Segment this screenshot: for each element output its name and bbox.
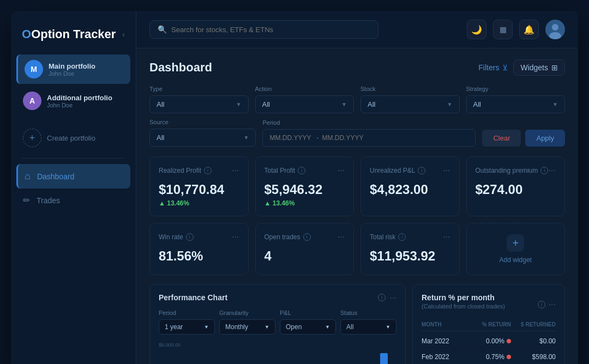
period-start-input[interactable] [269,134,313,142]
create-portfolio-button[interactable]: + Create portfolio [16,123,130,153]
chevron-down-icon: ▼ [552,101,558,107]
metric-label-total-profit: Total Profit i [265,167,306,174]
main-area: 🔍 🌙 ▦ 🔔 [136,11,578,364]
chart-granularity-select[interactable]: Monthly ▼ [219,319,275,335]
metric-menu-unrealized-pl[interactable]: ··· [443,166,450,175]
widgets-plus-icon: ⊞ [551,63,558,72]
metrics-row-1: Realized Profit i ··· $10,770.84 ▲ 13.46… [149,156,565,216]
search-input[interactable] [171,26,370,34]
filter-stock-label: Stock [360,86,460,92]
status-dot-red [507,355,511,359]
portfolio-info-main: Main portfolio John Doe [49,62,95,77]
filter-source-select[interactable]: All ▼ [149,129,256,147]
row-pct-1: 0.75% [466,353,511,361]
return-table-header-row: Return % per month (Calculated from clos… [422,293,556,316]
filter-stock-select[interactable]: All ▼ [360,95,460,113]
metric-card-add-widget[interactable]: + Add widget [466,223,566,275]
nav-item-dashboard[interactable]: ⌂ Dashboard [16,164,130,189]
portfolio-name-additional: Additional portfolio [47,94,112,102]
row-amount-0: $0.00 [511,337,556,345]
return-menu-button[interactable]: ··· [549,300,556,310]
moon-icon: 🌙 [471,25,482,35]
chart-status-label: Status [340,310,396,316]
filter-period-label: Period [262,119,476,126]
filter-strategy-select[interactable]: All ▼ [466,95,566,113]
page-title: Dashboard [149,60,212,75]
metric-menu-open-trades[interactable]: ··· [338,232,345,242]
theme-toggle-button[interactable]: 🌙 [467,20,486,39]
col-pct-return: % RETURN [466,321,511,327]
portfolio-user-main: John Doe [49,70,95,77]
metric-menu-realized-profit[interactable]: ··· [232,166,239,175]
metric-header-total-profit: Total Profit i ··· [265,166,345,175]
nav-section: ⌂ Dashboard ✏ Trades [11,164,136,212]
widgets-label: Widgets [520,63,548,72]
filter-icon: ⊻ [502,63,508,72]
header-icons: 🌙 ▦ 🔔 [467,20,565,39]
chart-period-filter: Period 1 year ▼ [159,310,215,335]
chevron-down-icon: ▼ [244,135,249,141]
add-widget-label: Add widget [500,256,532,264]
filter-action-buttons: Clear Apply [482,130,565,147]
metric-menu-total-risk[interactable]: ··· [443,232,450,242]
chart-status-select[interactable]: All ▼ [340,319,396,335]
sidebar-logo-area: OOption Tracker ‹ [11,22,136,54]
chart-granularity-filter: Granularity Monthly ▼ [219,310,275,335]
filter-type-select[interactable]: All ▼ [149,95,249,113]
chevron-down-icon: ▼ [265,324,269,330]
metric-card-realized-profit: Realized Profit i ··· $10,770.84 ▲ 13.46… [149,156,249,216]
chart-period-select[interactable]: 1 year ▼ [159,319,215,335]
return-info-icon[interactable]: i [538,301,545,308]
portfolio-item-additional[interactable]: A Additional portfolio John Doe [16,86,130,116]
metric-value-realized-profit: $10,770.84 [159,182,239,197]
app-header: 🔍 🌙 ▦ 🔔 [136,11,578,48]
dashboard-icon: ⌂ [25,171,31,182]
filter-period-inputs[interactable]: - [262,129,476,147]
filter-action: Action All ▼ [255,86,354,113]
period-end-input[interactable] [322,134,365,142]
metric-menu-total-profit[interactable]: ··· [338,166,345,175]
nav-item-trades[interactable]: ✏ Trades [16,189,130,212]
metric-menu-outstanding-premium[interactable]: ··· [549,166,556,175]
metric-label-open-trades: Open trades i [265,233,311,241]
return-table: MONTH % RETURN $ RETURNED Mar 2022 0.00% [422,318,556,364]
chevron-down-icon: ▼ [204,324,209,330]
status-dot-red [507,339,511,343]
info-icon[interactable]: i [204,167,212,174]
collapse-sidebar-button[interactable]: ‹ [122,30,125,39]
chart-info-icon[interactable]: i [378,294,386,301]
info-icon[interactable]: i [540,167,548,174]
svg-point-0 [552,24,558,31]
chart-pl-select[interactable]: Open ▼ [280,319,336,335]
dashboard-header: Dashboard Filters ⊻ Widgets ⊞ [149,59,565,76]
metric-card-unrealized-pl: Unrealized P&L i ··· $4,823.00 [360,156,460,216]
bottom-grid: Performance Chart i ··· Period 1 year ▼ [149,284,565,364]
metric-label-total-risk: Total risk i [370,233,406,241]
info-icon[interactable]: i [303,233,311,241]
layout-button[interactable]: ▦ [493,20,513,39]
dashboard-actions: Filters ⊻ Widgets ⊞ [478,59,565,76]
metric-header-total-risk: Total risk i ··· [370,232,450,242]
chart-menu-button[interactable]: ··· [390,293,396,302]
search-bar[interactable]: 🔍 [149,20,378,39]
filter-grid: Type All ▼ Action All ▼ Stock [149,86,565,113]
metric-value-unrealized-pl: $4,823.00 [370,182,450,197]
portfolio-item-main[interactable]: M Main portfolio John Doe [16,54,130,84]
chevron-down-icon: ▼ [236,101,242,107]
filters-button[interactable]: Filters ⊻ [478,63,508,72]
notifications-button[interactable]: 🔔 [519,20,539,39]
filter-action-select[interactable]: All ▼ [255,95,354,113]
apply-button[interactable]: Apply [525,130,565,147]
clear-button[interactable]: Clear [482,130,521,147]
info-icon[interactable]: i [186,233,194,241]
user-avatar[interactable] [545,20,565,39]
widgets-button[interactable]: Widgets ⊞ [513,59,565,76]
info-icon[interactable]: i [298,167,305,174]
filter-action-label: Action [255,86,354,92]
filter-period: Period - [262,119,476,147]
info-icon[interactable]: i [398,233,406,241]
info-icon[interactable]: i [418,167,425,174]
table-row: Feb 2022 0.75% $598.00 [422,349,556,364]
metric-value-total-profit: $5,946.32 [265,182,345,197]
metric-menu-win-rate[interactable]: ··· [232,232,239,242]
